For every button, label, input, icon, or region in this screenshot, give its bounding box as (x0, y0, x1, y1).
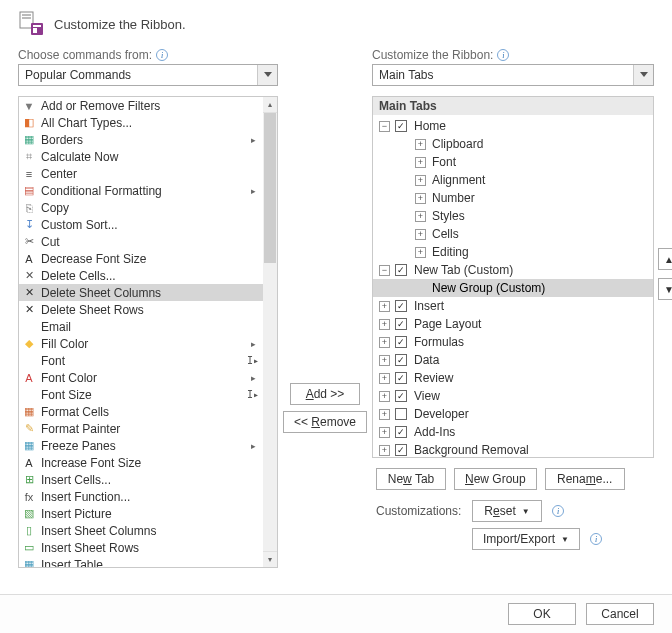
expand-icon[interactable]: + (415, 157, 426, 168)
command-item[interactable]: ▦Format Cells (19, 403, 263, 420)
expand-icon[interactable]: + (379, 355, 390, 366)
command-item[interactable]: ✂Cut (19, 233, 263, 250)
checkbox[interactable] (395, 300, 407, 312)
command-item[interactable]: FontI▸ (19, 352, 263, 369)
command-item[interactable]: ≡Center (19, 165, 263, 182)
tree-tab[interactable]: +Developer (373, 405, 653, 423)
expand-icon[interactable]: + (415, 175, 426, 186)
checkbox[interactable] (395, 120, 407, 132)
command-item[interactable]: ↧Custom Sort... (19, 216, 263, 233)
checkbox[interactable] (395, 264, 407, 276)
tree-group-newgroup[interactable]: New Group (Custom) (373, 279, 653, 297)
tree-tab[interactable]: +View (373, 387, 653, 405)
checkbox[interactable] (395, 408, 407, 420)
info-icon[interactable]: i (497, 49, 509, 61)
chevron-down-icon[interactable] (633, 65, 653, 85)
expand-icon[interactable]: + (415, 247, 426, 258)
checkbox[interactable] (395, 444, 407, 456)
import-export-button[interactable]: Import/Export▼ (472, 528, 580, 550)
command-item[interactable]: ◆Fill Color▸ (19, 335, 263, 352)
tree-group[interactable]: +Clipboard (373, 135, 653, 153)
tree-tab[interactable]: +Formulas (373, 333, 653, 351)
checkbox[interactable] (395, 354, 407, 366)
new-group-button[interactable]: New Group (454, 468, 537, 490)
expand-icon[interactable]: + (379, 373, 390, 384)
command-item[interactable]: ◧All Chart Types... (19, 114, 263, 131)
tree-group[interactable]: +Font (373, 153, 653, 171)
command-item[interactable]: ▤Conditional Formatting▸ (19, 182, 263, 199)
tree-group[interactable]: +Cells (373, 225, 653, 243)
scroll-thumb[interactable] (264, 113, 276, 263)
scrollbar[interactable]: ▴ ▾ (263, 97, 277, 567)
command-item[interactable]: Email (19, 318, 263, 335)
command-item[interactable]: AIncrease Font Size (19, 454, 263, 471)
command-item[interactable]: fxInsert Function... (19, 488, 263, 505)
expand-icon[interactable]: + (415, 229, 426, 240)
expand-icon[interactable]: + (379, 427, 390, 438)
command-item[interactable]: ⊞Insert Cells... (19, 471, 263, 488)
cancel-button[interactable]: Cancel (586, 603, 654, 625)
tree-tab[interactable]: +Background Removal (373, 441, 653, 458)
ok-button[interactable]: OK (508, 603, 576, 625)
command-item[interactable]: ▦Freeze Panes▸ (19, 437, 263, 454)
rename-button[interactable]: Rename... (545, 468, 625, 490)
checkbox[interactable] (395, 372, 407, 384)
checkbox[interactable] (395, 426, 407, 438)
scroll-down-button[interactable]: ▾ (263, 551, 277, 567)
tree-tab[interactable]: +Page Layout (373, 315, 653, 333)
scroll-up-button[interactable]: ▴ (263, 97, 277, 113)
chevron-down-icon[interactable] (257, 65, 277, 85)
expand-icon[interactable]: + (415, 139, 426, 150)
tree-tab-home[interactable]: −Home (373, 117, 653, 135)
move-up-button[interactable]: ▲ (658, 248, 672, 270)
command-item[interactable]: ADecrease Font Size (19, 250, 263, 267)
commands-listbox[interactable]: ▼Add or Remove Filters◧All Chart Types..… (18, 96, 278, 568)
ribbon-tabs-tree[interactable]: Main Tabs −Home+Clipboard+Font+Alignment… (372, 96, 654, 458)
move-down-button[interactable]: ▼ (658, 278, 672, 300)
checkbox[interactable] (395, 336, 407, 348)
command-item[interactable]: ⎘Copy (19, 199, 263, 216)
collapse-icon[interactable]: − (379, 265, 390, 276)
command-item[interactable]: ▧Insert Picture (19, 505, 263, 522)
commands-source-combo[interactable]: Popular Commands (18, 64, 278, 86)
command-item[interactable]: ✕Delete Sheet Columns (19, 284, 263, 301)
add-button[interactable]: Add >> (290, 383, 360, 405)
command-item[interactable]: ▭Insert Sheet Rows (19, 539, 263, 556)
new-tab-button[interactable]: New Tab (376, 468, 446, 490)
expand-icon[interactable]: + (379, 445, 390, 456)
tree-tab-newtab[interactable]: −New Tab (Custom) (373, 261, 653, 279)
expand-icon[interactable]: + (379, 391, 390, 402)
reset-button[interactable]: Reset▼ (472, 500, 542, 522)
command-item[interactable]: ✕Delete Cells... (19, 267, 263, 284)
command-item[interactable]: AFont Color▸ (19, 369, 263, 386)
info-icon[interactable]: i (156, 49, 168, 61)
command-item[interactable]: ✎Format Painter (19, 420, 263, 437)
tree-tab[interactable]: +Insert (373, 297, 653, 315)
remove-button[interactable]: << Remove (283, 411, 367, 433)
tree-group[interactable]: +Alignment (373, 171, 653, 189)
expand-icon[interactable]: + (415, 211, 426, 222)
collapse-icon[interactable]: − (379, 121, 390, 132)
checkbox[interactable] (395, 390, 407, 402)
info-icon[interactable]: i (552, 505, 564, 517)
tree-group[interactable]: +Editing (373, 243, 653, 261)
expand-icon[interactable]: + (415, 193, 426, 204)
command-item[interactable]: Font SizeI▸ (19, 386, 263, 403)
command-item[interactable]: ▼Add or Remove Filters (19, 97, 263, 114)
expand-icon[interactable]: + (379, 409, 390, 420)
command-item[interactable]: ▦Borders▸ (19, 131, 263, 148)
tree-group[interactable]: +Number (373, 189, 653, 207)
tree-tab[interactable]: +Add-Ins (373, 423, 653, 441)
expand-icon[interactable]: + (379, 337, 390, 348)
expand-icon[interactable]: + (379, 319, 390, 330)
tree-tab[interactable]: +Review (373, 369, 653, 387)
info-icon[interactable]: i (590, 533, 602, 545)
command-item[interactable]: ▦Insert Table (19, 556, 263, 567)
command-item[interactable]: ✕Delete Sheet Rows (19, 301, 263, 318)
tree-group[interactable]: +Styles (373, 207, 653, 225)
checkbox[interactable] (395, 318, 407, 330)
command-item[interactable]: ▯Insert Sheet Columns (19, 522, 263, 539)
command-item[interactable]: ⌗Calculate Now (19, 148, 263, 165)
ribbon-target-combo[interactable]: Main Tabs (372, 64, 654, 86)
expand-icon[interactable]: + (379, 301, 390, 312)
